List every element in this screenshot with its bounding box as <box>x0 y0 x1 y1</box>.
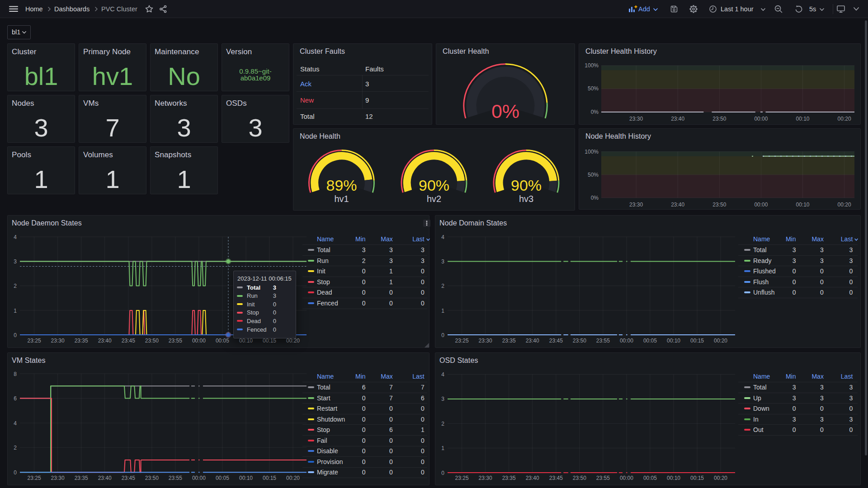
svg-text:23:45: 23:45 <box>122 338 135 344</box>
svg-text:23:25: 23:25 <box>28 338 41 344</box>
svg-text:4: 4 <box>441 371 444 378</box>
svg-text:23:50: 23:50 <box>712 202 726 208</box>
svg-text:2: 2 <box>441 283 444 289</box>
svg-text:00:10: 00:10 <box>796 202 809 208</box>
svg-text:0: 0 <box>14 469 17 476</box>
svg-text:00:20: 00:20 <box>714 475 727 481</box>
svg-text:00:00: 00:00 <box>620 338 633 344</box>
svg-text:23:35: 23:35 <box>75 338 88 344</box>
svg-text:23:50: 23:50 <box>145 338 159 344</box>
svg-text:23:30: 23:30 <box>479 338 492 344</box>
svg-text:2: 2 <box>14 445 17 451</box>
svg-text:23:40: 23:40 <box>671 202 684 208</box>
svg-text:3: 3 <box>441 258 444 265</box>
svg-text:3: 3 <box>14 258 17 265</box>
svg-text:4: 4 <box>441 234 444 240</box>
svg-text:2: 2 <box>14 283 17 289</box>
svg-text:00:10: 00:10 <box>667 475 680 481</box>
svg-text:23:35: 23:35 <box>75 475 88 481</box>
svg-text:23:30: 23:30 <box>629 116 643 122</box>
svg-text:23:55: 23:55 <box>596 475 610 481</box>
svg-text:23:45: 23:45 <box>549 475 563 481</box>
svg-text:00:05: 00:05 <box>216 475 229 481</box>
svg-text:00:05: 00:05 <box>643 338 657 344</box>
svg-text:89%: 89% <box>326 177 357 194</box>
svg-text:23:45: 23:45 <box>549 338 563 344</box>
svg-text:8: 8 <box>14 371 17 377</box>
svg-text:00:10: 00:10 <box>239 475 253 481</box>
svg-text:hv1: hv1 <box>334 194 349 204</box>
svg-text:23:40: 23:40 <box>98 475 112 481</box>
svg-text:23:25: 23:25 <box>455 338 469 344</box>
svg-text:23:30: 23:30 <box>479 475 492 481</box>
svg-text:4: 4 <box>14 420 17 427</box>
svg-text:00:20: 00:20 <box>838 202 851 208</box>
svg-text:90%: 90% <box>511 177 542 194</box>
svg-text:23:40: 23:40 <box>526 338 539 344</box>
svg-text:00:15: 00:15 <box>690 338 704 344</box>
svg-text:23:50: 23:50 <box>573 338 586 344</box>
svg-text:00:00: 00:00 <box>192 338 206 344</box>
svg-text:23:40: 23:40 <box>671 116 684 122</box>
svg-text:00:15: 00:15 <box>690 475 704 481</box>
svg-text:23:25: 23:25 <box>455 475 469 481</box>
svg-text:23:55: 23:55 <box>169 475 182 481</box>
svg-text:23:55: 23:55 <box>169 338 182 344</box>
svg-text:0: 0 <box>441 332 444 338</box>
svg-text:23:30: 23:30 <box>51 338 65 344</box>
svg-text:0: 0 <box>441 470 444 476</box>
svg-text:1: 1 <box>441 445 444 451</box>
svg-text:hv3: hv3 <box>519 194 533 204</box>
svg-text:00:05: 00:05 <box>643 475 657 481</box>
svg-text:0%: 0% <box>491 100 519 122</box>
svg-text:00:00: 00:00 <box>620 475 633 481</box>
svg-text:23:35: 23:35 <box>502 338 516 344</box>
svg-text:23:40: 23:40 <box>526 475 539 481</box>
svg-text:00:00: 00:00 <box>192 475 206 481</box>
svg-text:23:30: 23:30 <box>629 202 643 208</box>
svg-text:00:00: 00:00 <box>754 202 768 208</box>
svg-text:00:20: 00:20 <box>838 116 851 122</box>
svg-text:1: 1 <box>441 308 444 314</box>
svg-text:1: 1 <box>14 308 17 314</box>
svg-text:00:10: 00:10 <box>796 116 809 122</box>
svg-text:90%: 90% <box>419 177 449 194</box>
svg-text:6: 6 <box>14 395 17 402</box>
svg-text:23:50: 23:50 <box>145 475 159 481</box>
svg-text:23:45: 23:45 <box>122 475 135 481</box>
svg-text:00:10: 00:10 <box>667 338 680 344</box>
svg-text:00:05: 00:05 <box>216 338 229 344</box>
svg-text:23:50: 23:50 <box>573 475 586 481</box>
svg-text:00:00: 00:00 <box>754 116 768 122</box>
svg-text:0: 0 <box>14 332 17 338</box>
svg-text:hv2: hv2 <box>427 194 441 204</box>
svg-text:23:25: 23:25 <box>28 475 41 481</box>
svg-text:50%: 50% <box>588 85 599 92</box>
svg-text:50%: 50% <box>588 172 599 178</box>
svg-text:23:30: 23:30 <box>51 475 65 481</box>
svg-text:100%: 100% <box>585 149 599 155</box>
svg-text:0%: 0% <box>591 109 599 115</box>
svg-text:00:20: 00:20 <box>286 475 300 481</box>
svg-text:2: 2 <box>441 421 444 427</box>
svg-text:23:55: 23:55 <box>596 338 610 344</box>
svg-text:23:35: 23:35 <box>502 475 516 481</box>
svg-text:3: 3 <box>441 396 444 402</box>
svg-text:100%: 100% <box>585 62 599 69</box>
svg-text:00:20: 00:20 <box>714 338 727 344</box>
svg-text:23:50: 23:50 <box>712 116 726 122</box>
svg-text:4: 4 <box>14 234 17 240</box>
svg-text:00:15: 00:15 <box>263 475 276 481</box>
svg-text:0%: 0% <box>591 195 599 201</box>
svg-text:23:40: 23:40 <box>98 338 112 344</box>
